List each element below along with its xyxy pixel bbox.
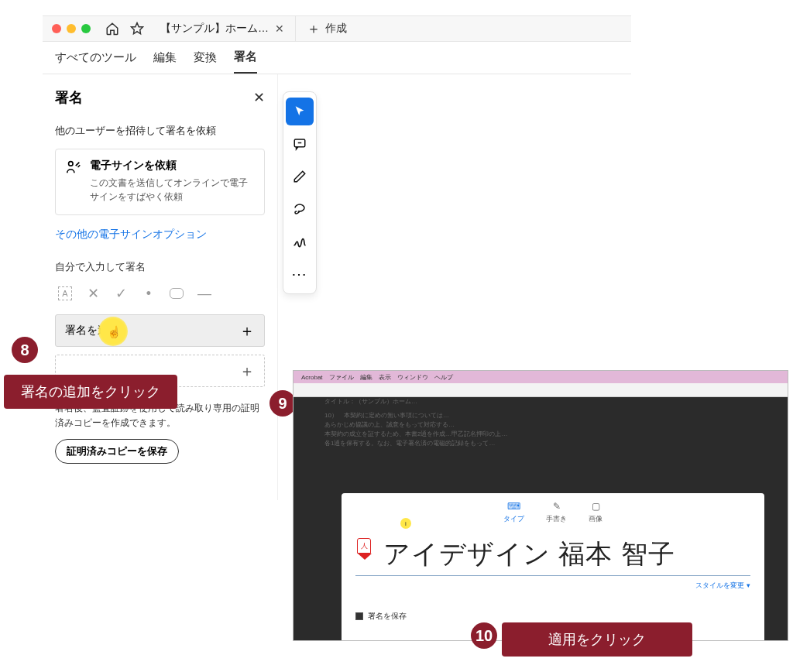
cursor-highlight-icon bbox=[98, 317, 128, 346]
self-sign-label: 自分で入力して署名 bbox=[55, 260, 265, 274]
vertical-divider bbox=[277, 74, 278, 500]
sign-tool-icon[interactable] bbox=[286, 228, 314, 255]
svg-marker-0 bbox=[132, 23, 143, 34]
signature-modal: ⌨タイプ ✎手書き ▢画像 i 人 アイデザイン 福本 智子 スタイルを変更 ▾… bbox=[342, 493, 764, 641]
floating-toolbar: ⋯ bbox=[283, 91, 317, 294]
step-badge-8: 8 bbox=[12, 337, 38, 363]
circle-icon[interactable] bbox=[170, 288, 184, 299]
minimize-icon[interactable] bbox=[67, 24, 76, 33]
check-icon[interactable]: ✓ bbox=[114, 285, 128, 302]
dot-icon[interactable]: • bbox=[142, 286, 156, 302]
add-signature-button[interactable]: 署名を追加 ＋ bbox=[55, 314, 265, 347]
pencil-tool-icon[interactable] bbox=[286, 163, 314, 190]
close-tab-icon[interactable]: ✕ bbox=[275, 22, 284, 35]
line-icon[interactable]: — bbox=[197, 286, 211, 302]
signers-icon bbox=[65, 159, 82, 204]
tab-edit[interactable]: 編集 bbox=[153, 43, 177, 73]
home-icon[interactable] bbox=[105, 21, 120, 36]
plus-icon: ＋ bbox=[239, 361, 255, 382]
new-tab-label: 作成 bbox=[325, 22, 347, 36]
other-esign-options-link[interactable]: その他の電子サインオプション bbox=[55, 228, 265, 242]
request-title: 電子サインを依頼 bbox=[90, 159, 255, 173]
change-style-link[interactable]: スタイルを変更 ▾ bbox=[355, 581, 750, 591]
zoom-icon[interactable] bbox=[81, 24, 91, 33]
hint-dot-icon: i bbox=[400, 518, 411, 529]
modal-tab-image[interactable]: ▢画像 bbox=[589, 501, 602, 524]
signature-dialog-screenshot: Acrobat ファイル 編集 表示 ウィンドウ ヘルプ タイトル：（サンプル）… bbox=[293, 370, 788, 641]
x-mark-icon[interactable]: ✕ bbox=[86, 285, 100, 302]
sub-toolbar bbox=[294, 383, 788, 397]
draw-icon: ✎ bbox=[553, 501, 561, 512]
tab-sign[interactable]: 署名 bbox=[234, 42, 257, 74]
panel-title: 署名 bbox=[55, 88, 83, 107]
fill-shapes-row: A ✕ ✓ • — bbox=[55, 285, 265, 302]
modal-tab-draw[interactable]: ✎手書き bbox=[546, 501, 567, 524]
svg-point-1 bbox=[69, 162, 74, 166]
textbox-icon[interactable]: A bbox=[58, 286, 72, 300]
comment-tool-icon[interactable] bbox=[286, 130, 314, 158]
request-esign-card[interactable]: 電子サインを依頼 この文書を送信してオンラインで電子サインをすばやく依頼 bbox=[55, 149, 265, 215]
tab-convert[interactable]: 変換 bbox=[194, 43, 217, 73]
sign-panel: 署名 ✕ 他のユーザーを招待して署名を依頼 電子サインを依頼 この文書を送信して… bbox=[43, 74, 277, 479]
tab-title: 【サンプル】ホーム… bbox=[160, 22, 269, 36]
panel-close-icon[interactable]: ✕ bbox=[253, 89, 265, 106]
tab-all-tools[interactable]: すべてのツール bbox=[55, 43, 136, 73]
step-badge-9: 9 bbox=[269, 390, 296, 417]
callout-10: 適用をクリック bbox=[502, 622, 692, 657]
star-icon[interactable] bbox=[129, 21, 145, 36]
traffic-lights bbox=[43, 24, 100, 33]
plus-icon: ＋ bbox=[239, 321, 255, 341]
signature-input[interactable]: アイデザイン 福本 智子 bbox=[355, 532, 750, 576]
more-tools-icon[interactable]: ⋯ bbox=[286, 260, 314, 288]
save-certified-button[interactable]: 証明済みコピーを保存 bbox=[55, 439, 179, 464]
close-icon[interactable] bbox=[52, 24, 61, 33]
modal-tab-type[interactable]: ⌨タイプ bbox=[503, 501, 524, 524]
menubar: Acrobat ファイル 編集 表示 ウィンドウ ヘルプ bbox=[294, 371, 788, 383]
background-text: タイトル：（サンプル）ホーム… 10） 本契約に定めの無い事項については… あら… bbox=[324, 397, 757, 448]
step-badge-10: 10 bbox=[471, 622, 497, 649]
lasso-tool-icon[interactable] bbox=[286, 195, 314, 223]
new-tab-button[interactable]: ＋ 作成 bbox=[296, 19, 358, 38]
tool-tabs: すべてのツール 編集 変換 署名 bbox=[43, 42, 631, 74]
select-tool-icon[interactable] bbox=[286, 98, 314, 125]
keyboard-icon: ⌨ bbox=[507, 501, 520, 512]
request-desc: この文書を送信してオンラインで電子サインをすばやく依頼 bbox=[90, 176, 255, 204]
save-signature-checkbox[interactable]: 署名を保存 bbox=[355, 611, 750, 622]
image-icon: ▢ bbox=[592, 501, 600, 512]
callout-8: 署名の追加をクリック bbox=[4, 375, 177, 409]
plus-icon: ＋ bbox=[307, 19, 321, 38]
window-titlebar: 【サンプル】ホーム… ✕ ＋ 作成 bbox=[43, 15, 631, 42]
document-tab[interactable]: 【サンプル】ホーム… ✕ bbox=[149, 16, 296, 41]
invite-label: 他のユーザーを招待して署名を依頼 bbox=[55, 124, 265, 138]
